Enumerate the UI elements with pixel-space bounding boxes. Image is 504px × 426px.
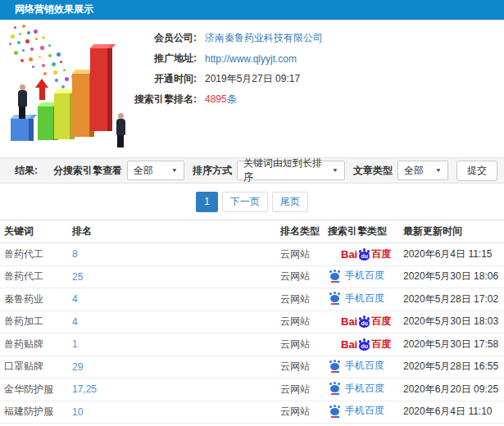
cell-keyword: 兽药代工: [4, 247, 72, 261]
promo-url-link[interactable]: http://www.qlyyjt.com: [205, 53, 297, 65]
title-bar: 网络营销效果展示: [0, 0, 504, 20]
baidu-logo: Baidu百度: [341, 315, 391, 329]
cell-engine-type: 手机百度: [328, 404, 403, 420]
table-row: 兽药贴牌 1 云网站 Baidu百度 2020年5月30日 17:58: [0, 333, 504, 356]
cell-rank-type: 云网站: [280, 383, 328, 397]
mobile-baidu-paw-icon: [329, 405, 341, 418]
engine-filter-select[interactable]: 全部 ▼: [127, 161, 184, 180]
cell-engine-type: Baidu百度: [328, 247, 403, 261]
article-type-label: 文章类型: [353, 164, 393, 178]
page-title: 网络营销效果展示: [15, 2, 93, 16]
table-row: 金华防护服 17,25 云网站 手机百度 2020年6月20日 09:25: [0, 378, 504, 401]
table-row: 秦鲁药业 4 云网站 手机百度 2020年5月28日 17:02: [0, 288, 504, 311]
rank-link[interactable]: 17,25: [72, 383, 97, 395]
table-row: 兽药代工 8 云网站 Baidu百度 2020年6月4日 11:15: [0, 243, 504, 266]
mobile-baidu-logo: 手机百度: [329, 269, 384, 283]
cell-updated: 2020年5月30日 18:06: [403, 270, 504, 283]
rank-count-number: 4895: [205, 93, 227, 105]
cell-rank-type: 云网站: [280, 360, 328, 374]
table-header-row: 关键词 排名 排名类型 搜索引擎类型 最新更新时间: [0, 220, 504, 243]
cell-rank-type: 云网站: [280, 315, 328, 329]
mobile-baidu-paw-icon: [329, 382, 341, 395]
cell-engine-type: Baidu百度: [328, 315, 403, 329]
table-body: 兽药代工 8 云网站 Baidu百度 2020年6月4日 11:15 兽药代工 …: [0, 243, 504, 426]
sort-filter-label: 排序方式: [193, 164, 232, 178]
cell-engine-type: 手机百度: [328, 359, 403, 375]
cell-updated: 2020年6月4日 11:10: [403, 405, 504, 419]
cell-engine-type: 手机百度: [328, 269, 403, 285]
rank-link[interactable]: 8: [72, 248, 78, 260]
cell-updated: 2020年5月30日 18:03: [403, 315, 504, 329]
cell-updated: 2020年5月28日 16:55: [403, 360, 504, 374]
cell-keyword: 福建防护服: [4, 405, 72, 419]
sort-filter-select[interactable]: 关键词由短到长排序 ▼: [237, 161, 345, 180]
mobile-baidu-logo: 手机百度: [329, 404, 384, 418]
cell-rank: 17,25: [72, 383, 280, 395]
rank-count-unit: 条: [227, 93, 237, 105]
article-type-select[interactable]: 全部 ▼: [397, 161, 448, 180]
businessman-figure-left: [16, 84, 29, 119]
cell-keyword: 金华防护服: [4, 383, 72, 397]
businessman-figure-right: [114, 113, 127, 147]
cell-engine-type: 手机百度: [328, 292, 403, 308]
header-keyword: 关键词: [4, 224, 72, 238]
cell-keyword: 兽药贴牌: [4, 338, 72, 351]
header-updated: 最新更新时间: [403, 224, 504, 238]
cell-updated: 2020年5月28日 17:02: [403, 292, 504, 306]
table-row: 福建防护服 10 云网站 手机百度 2020年6月4日 11:10: [0, 401, 504, 424]
baidu-paw-icon: du: [358, 315, 370, 328]
submit-button[interactable]: 提交: [456, 161, 497, 181]
rank-link[interactable]: 1: [72, 338, 78, 350]
rank-link[interactable]: 10: [72, 406, 83, 418]
cell-keyword: 秦鲁药业: [4, 292, 72, 306]
promo-url-label: 推广地址:: [125, 52, 197, 66]
rank-link[interactable]: 25: [72, 271, 83, 283]
info-row-url: 推广地址: http://www.qlyyjt.com: [125, 48, 485, 69]
dropdown-arrow-icon: ▼: [171, 167, 178, 173]
cell-updated: 2020年6月4日 11:15: [403, 247, 504, 261]
cell-rank-type: 云网站: [280, 338, 328, 351]
dropdown-arrow-icon: ▼: [435, 167, 442, 173]
cell-rank: 1: [72, 338, 280, 350]
baidu-paw-icon: du: [358, 248, 370, 261]
cell-rank-type: 云网站: [280, 405, 328, 419]
cell-keyword: 兽药加工: [4, 315, 72, 329]
last-page-button[interactable]: 尾页: [272, 192, 308, 212]
page-1-button[interactable]: 1: [196, 192, 218, 212]
cell-rank-type: 云网站: [280, 247, 328, 261]
cell-engine-type: 手机百度: [328, 382, 403, 398]
info-row-rank-count: 搜索引擎排名: 4895条: [125, 89, 485, 110]
engine-filter-label: 分搜索引擎查看: [53, 164, 122, 178]
rank-link[interactable]: 4: [72, 293, 78, 305]
table-row: 兽药代工 25 云网站 手机百度 2020年5月30日 18:06: [0, 266, 504, 289]
top-section: 会员公司: 济南秦鲁药业科技有限公司 推广地址: http://www.qlyy…: [0, 20, 504, 157]
mobile-baidu-paw-icon: [329, 360, 341, 373]
baidu-logo: Baidu百度: [341, 338, 391, 351]
header-engine-type: 搜索引擎类型: [328, 224, 403, 238]
mobile-baidu-paw-icon: [329, 270, 341, 283]
company-link[interactable]: 济南秦鲁药业科技有限公司: [205, 31, 323, 45]
cell-keyword: 兽药代工: [4, 270, 72, 283]
table-row: 口罩贴牌 29 云网站 手机百度 2020年5月28日 16:55: [0, 356, 504, 379]
rank-link[interactable]: 4: [72, 316, 78, 328]
cell-rank: 10: [72, 406, 280, 418]
engine-filter-value: 全部: [134, 164, 153, 178]
baidu-paw-icon: du: [358, 338, 370, 351]
mobile-baidu-paw-icon: [329, 292, 341, 305]
cell-rank: 8: [72, 248, 280, 260]
results-filter-bar: 结果: 分搜索引擎查看 全部 ▼ 排序方式 关键词由短到长排序 ▼ 文章类型 全…: [0, 157, 504, 184]
bar-blue: [11, 119, 34, 141]
table-row: 兽药加工 4 云网站 Baidu百度 2020年5月30日 18:03: [0, 311, 504, 334]
company-label: 会员公司:: [125, 31, 197, 45]
sort-filter-value: 关键词由短到长排序: [243, 156, 325, 184]
rank-count-value: 4895条: [205, 93, 237, 106]
cell-rank: 4: [72, 316, 280, 328]
rank-link[interactable]: 29: [72, 361, 83, 373]
open-time-label: 开通时间:: [125, 72, 197, 86]
next-page-button[interactable]: 下一页: [222, 192, 268, 212]
cell-updated: 2020年6月20日 09:25: [403, 383, 504, 397]
red-up-arrow-icon: [35, 79, 48, 100]
cell-rank-type: 云网站: [280, 292, 328, 306]
cell-rank: 29: [72, 361, 280, 373]
cell-keyword: 口罩贴牌: [4, 360, 72, 374]
